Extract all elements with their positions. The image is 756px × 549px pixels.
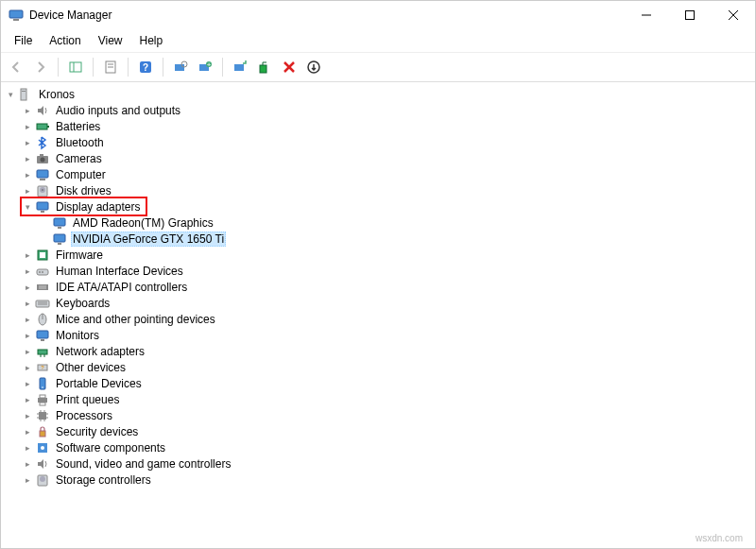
- tree-category-label: Portable Devices: [54, 377, 144, 390]
- properties-button[interactable]: [99, 56, 122, 78]
- tree-category[interactable]: ▸Network adapters: [22, 343, 755, 359]
- chevron-right-icon[interactable]: ▸: [22, 331, 33, 340]
- chevron-right-icon[interactable]: ▸: [22, 395, 33, 404]
- svg-rect-18: [234, 64, 244, 71]
- tree-category-label: Other devices: [54, 361, 128, 374]
- svg-rect-63: [38, 398, 47, 403]
- tree-category[interactable]: ▸Security devices: [22, 423, 755, 439]
- svg-point-77: [41, 446, 44, 450]
- tree-category[interactable]: ▸Human Interface Devices: [22, 263, 755, 279]
- tree-category-label: Print queues: [54, 393, 121, 406]
- svg-rect-65: [40, 403, 45, 405]
- chevron-right-icon[interactable]: ▸: [22, 379, 33, 388]
- menu-view[interactable]: View: [91, 31, 130, 50]
- forward-button[interactable]: [29, 56, 52, 78]
- chevron-right-icon[interactable]: ▸: [22, 315, 33, 324]
- disable-button[interactable]: [278, 56, 301, 78]
- tree-category-label: Computer: [54, 168, 108, 181]
- scan-hardware-button[interactable]: [169, 56, 192, 78]
- tree-category[interactable]: ▾Display adapters: [22, 198, 146, 214]
- maximize-button[interactable]: [668, 1, 712, 29]
- svg-rect-35: [37, 202, 48, 210]
- chevron-right-icon[interactable]: ▸: [22, 443, 33, 453]
- menu-action[interactable]: Action: [42, 31, 88, 50]
- close-button[interactable]: [712, 1, 755, 29]
- enable-button[interactable]: [302, 56, 325, 78]
- tree-category-label: Storage controllers: [54, 473, 153, 487]
- chevron-down-icon[interactable]: ▾: [22, 202, 33, 212]
- tree-category[interactable]: ▸Firmware: [22, 247, 755, 263]
- tree-category[interactable]: ▸Cameras: [22, 150, 755, 166]
- svg-point-44: [39, 271, 41, 273]
- tree-category-label: Disk drives: [54, 184, 113, 197]
- tree-category[interactable]: ▸Sound, video and game controllers: [22, 455, 755, 472]
- chevron-right-icon[interactable]: ▸: [22, 347, 33, 356]
- camera-icon: [35, 151, 50, 166]
- svg-rect-54: [37, 331, 48, 338]
- tree-category[interactable]: ▸Portable Devices: [22, 375, 755, 391]
- chevron-right-icon[interactable]: ▸: [22, 154, 33, 163]
- chevron-right-icon[interactable]: ▸: [22, 250, 33, 260]
- tree-device[interactable]: NVIDIA GeForce GTX 1650 Ti: [39, 231, 755, 247]
- show-hide-tree-button[interactable]: [64, 56, 87, 78]
- chevron-right-icon[interactable]: ▸: [22, 459, 33, 469]
- svg-rect-30: [37, 170, 48, 178]
- tree-category[interactable]: ▸Software components: [22, 439, 755, 455]
- tree-category[interactable]: ▸Monitors: [22, 327, 755, 343]
- chevron-right-icon[interactable]: ▸: [22, 475, 33, 485]
- tree-category[interactable]: ▸Disk drives: [22, 182, 755, 198]
- tree-category[interactable]: ▸?Other devices: [22, 359, 755, 375]
- tree-device-label: NVIDIA GeForce GTX 1650 Ti: [71, 232, 226, 247]
- svg-point-79: [40, 476, 45, 482]
- svg-text:+: +: [207, 60, 212, 69]
- tree-category[interactable]: ▸Audio inputs and outputs: [22, 102, 755, 118]
- chevron-right-icon[interactable]: ▸: [22, 106, 33, 115]
- menu-file[interactable]: File: [7, 31, 40, 50]
- chevron-right-icon[interactable]: ▸: [22, 283, 33, 292]
- tree-device[interactable]: AMD Radeon(TM) Graphics: [39, 214, 755, 231]
- chevron-right-icon[interactable]: ▸: [22, 138, 33, 147]
- add-hardware-button[interactable]: +: [194, 56, 216, 78]
- tree-category[interactable]: ▸IDE ATA/ATAPI controllers: [22, 279, 755, 295]
- tree-category[interactable]: ▸Batteries: [22, 118, 755, 134]
- chevron-right-icon[interactable]: ▸: [22, 411, 33, 420]
- svg-point-28: [41, 157, 45, 162]
- tree-category[interactable]: ▸Storage controllers: [22, 472, 755, 488]
- chevron-right-icon[interactable]: ▸: [22, 122, 33, 131]
- uninstall-button[interactable]: [253, 56, 276, 78]
- svg-rect-40: [58, 243, 61, 245]
- tree-category[interactable]: ▸Print queues: [22, 391, 755, 407]
- svg-rect-24: [22, 91, 26, 92]
- chevron-right-icon[interactable]: ▸: [22, 299, 33, 308]
- tree-category-label: Cameras: [54, 152, 104, 165]
- chevron-right-icon[interactable]: ▸: [22, 266, 33, 276]
- svg-text:?: ?: [143, 62, 148, 73]
- tree-category[interactable]: ▸Mice and other pointing devices: [22, 311, 755, 327]
- tree-category[interactable]: ▸Bluetooth: [22, 134, 755, 150]
- tree-category-label: IDE ATA/ATAPI controllers: [54, 281, 189, 294]
- minimize-button[interactable]: [625, 1, 668, 29]
- svg-rect-23: [21, 89, 26, 100]
- update-driver-button[interactable]: [229, 56, 251, 78]
- computer-icon: [35, 167, 50, 182]
- menu-help[interactable]: Help: [132, 31, 171, 50]
- tree-root[interactable]: ▾Kronos: [5, 86, 755, 102]
- tree-category[interactable]: ▸Computer: [22, 166, 755, 182]
- tree-category[interactable]: ▸Keyboards: [22, 295, 755, 311]
- svg-rect-42: [40, 252, 45, 258]
- help-button[interactable]: ?: [134, 56, 157, 78]
- tree-category-label: Software components: [54, 441, 167, 455]
- watermark: wsxdn.com: [696, 533, 743, 543]
- chevron-right-icon[interactable]: ▸: [22, 427, 33, 437]
- chevron-right-icon[interactable]: ▸: [22, 170, 33, 180]
- chevron-right-icon[interactable]: ▸: [22, 363, 33, 372]
- svg-rect-1: [13, 19, 19, 21]
- tree-category[interactable]: ▸Processors: [22, 407, 755, 423]
- soundvideo-icon: [35, 456, 50, 472]
- back-button[interactable]: [5, 56, 27, 78]
- printer-icon: [35, 392, 50, 407]
- svg-rect-31: [40, 179, 45, 180]
- device-tree[interactable]: ▾Kronos▸Audio inputs and outputs▸Batteri…: [1, 82, 755, 548]
- battery-icon: [35, 119, 50, 134]
- chevron-right-icon[interactable]: ▸: [22, 186, 33, 196]
